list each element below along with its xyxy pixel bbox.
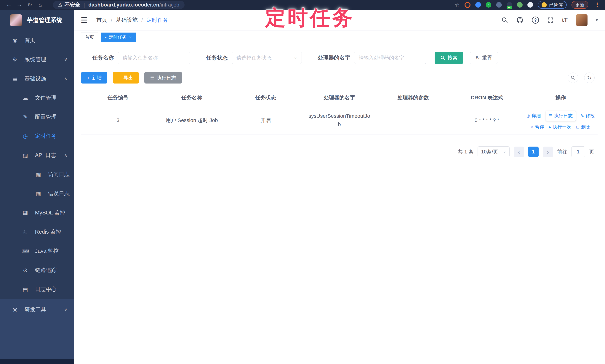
sidebar-bottom-section: ⚒ 研发工具 ∨ (0, 299, 74, 364)
logo-image (10, 14, 22, 26)
page-content: 任务名称 任务状态 请选择任务状态 ∨ 处理器的名字 搜索 ↻ 重置 (74, 52, 605, 157)
api-log-icon: ▨ (22, 152, 29, 158)
add-button[interactable]: + 新增 (81, 72, 107, 83)
search-icon[interactable] (501, 17, 508, 24)
bookmark-star-icon[interactable]: ☆ (455, 2, 460, 8)
browser-home-icon[interactable]: ⌂ (35, 0, 45, 10)
avatar-caret-icon[interactable]: ▾ (596, 17, 598, 23)
log-lines-icon: ☰ (549, 114, 552, 118)
sidebar-item-home[interactable]: ◉ 首页 (0, 31, 74, 50)
breadcrumb-separator: / (111, 17, 112, 23)
handler-name-input[interactable] (354, 52, 426, 64)
select-caret-icon: ∨ (503, 149, 506, 154)
sidebar-item-label: 访问日志 (48, 171, 70, 178)
sidebar-item-api-logs[interactable]: ▨ API 日志 ∧ (0, 146, 74, 165)
browser-back-icon[interactable]: ← (4, 0, 14, 10)
search-label: 搜索 (447, 54, 458, 61)
delete-link[interactable]: ⊟ 删除 (576, 124, 590, 130)
export-button[interactable]: ↓ 导出 (113, 72, 139, 83)
search-button[interactable]: 搜索 (434, 52, 463, 64)
detail-link[interactable]: ◎ 详细 (526, 113, 541, 119)
sidebar-menu: ◉ 首页 ⚙ 系统管理 ∨ ▤ 基础设施 ∧ ☁ 文件管理 ✎ 配置管理 (0, 31, 74, 299)
document-icon: ▧ (35, 171, 42, 178)
close-icon[interactable]: × (129, 35, 132, 40)
user-avatar[interactable] (576, 14, 588, 26)
run-once-link[interactable]: ▸ 执行一次 (549, 124, 571, 130)
browser-reload-icon[interactable]: ↻ (25, 0, 35, 10)
tab-scheduled-tasks[interactable]: ● 定时任务 × (101, 33, 136, 42)
pause-label: 暂停 (535, 124, 544, 130)
github-icon[interactable] (516, 16, 524, 24)
browser-forward-icon[interactable]: → (14, 0, 25, 10)
task-status-select[interactable]: 请选择任务状态 ∨ (232, 52, 302, 64)
breadcrumb-separator: / (141, 17, 143, 23)
extension-icon-3[interactable]: ✓ (486, 2, 491, 8)
sidebar-item-redis-monitor[interactable]: ≋ Redis 监控 (0, 222, 74, 241)
breadcrumb-infrastructure[interactable]: 基础设施 (116, 16, 138, 24)
sidebar-item-infrastructure[interactable]: ▤ 基础设施 ∧ (0, 69, 74, 88)
refresh-button[interactable]: ↻ (584, 73, 595, 83)
plus-icon: + (87, 75, 90, 80)
task-name-input[interactable] (118, 52, 190, 64)
browser-menu-icon[interactable]: ⋮ (593, 1, 601, 8)
actions-line-2: × 暂停 ▸ 执行一次 ⊟ 删除 (531, 124, 590, 130)
document-icon: ▧ (35, 190, 42, 197)
filter-form: 任务名称 任务状态 请选择任务状态 ∨ 处理器的名字 搜索 ↻ 重置 (92, 52, 605, 64)
help-icon[interactable]: ? (532, 16, 539, 24)
exec-log-label: 执行日志 (554, 113, 573, 119)
extension-icon-6[interactable] (517, 2, 523, 8)
sidebar-item-dev-tools[interactable]: ⚒ 研发工具 ∨ (0, 299, 74, 321)
extension-icon-1[interactable] (464, 2, 471, 8)
emoji-icon (541, 2, 547, 7)
hide-search-button[interactable] (568, 73, 578, 83)
breadcrumb: 首页 / 基础设施 / 定时任务 (96, 16, 168, 24)
sidebar-item-config-management[interactable]: ✎ 配置管理 (0, 107, 74, 127)
tab-label: 首页 (85, 34, 94, 40)
modify-link[interactable]: ✎ 修改 (581, 113, 595, 119)
table-header-row: 任务编号 任务名称 任务状态 处理器的名字 处理器的参数 CRON 表达式 操作 (81, 89, 598, 106)
row-exec-log-link[interactable]: ☰ 执行日志 (546, 111, 576, 121)
sidebar-item-access-logs[interactable]: ▧ 访问日志 (0, 165, 74, 184)
pause-link[interactable]: × 暂停 (531, 124, 544, 130)
extension-icon-7[interactable] (527, 2, 533, 8)
col-handler-params: 处理器的参数 (376, 94, 450, 101)
goto-page-input[interactable] (571, 146, 585, 157)
sidebar-item-log-center[interactable]: ▤ 日志中心 (0, 280, 74, 299)
fullscreen-icon[interactable] (547, 17, 554, 24)
breadcrumb-home[interactable]: 首页 (96, 16, 107, 24)
download-icon: ↓ (119, 75, 121, 80)
goto-label: 前往 (557, 148, 567, 155)
url-separator: | (83, 2, 85, 8)
update-button[interactable]: 更新 (572, 1, 588, 9)
tab-home[interactable]: 首页 (81, 33, 98, 42)
sidebar-item-file-management[interactable]: ☁ 文件管理 (0, 88, 74, 107)
page-size-select[interactable]: 10条/页 ∨ (478, 146, 510, 157)
collapse-sidebar-icon[interactable]: ☰ (81, 16, 88, 25)
sidebar-item-system-management[interactable]: ⚙ 系统管理 ∨ (0, 50, 74, 69)
sidebar-item-scheduled-tasks[interactable]: ◷ 定时任务 (0, 127, 74, 146)
address-bar[interactable]: ⚠ 不安全 | dashboard.yudao.iocoder.cn/infra… (53, 1, 184, 9)
current-page-button[interactable]: 1 (528, 147, 539, 157)
next-page-button[interactable]: › (543, 147, 553, 157)
sidebar-item-error-logs[interactable]: ▧ 错误日志 (0, 184, 74, 203)
font-size-icon[interactable]: tT (562, 17, 568, 24)
reset-button[interactable]: ↻ 重置 (470, 52, 498, 64)
prev-page-button[interactable]: ‹ (514, 147, 524, 157)
url-text: dashboard.yudao.iocoder.cn/infra/job (88, 2, 179, 8)
sidebar-item-label: 基础设施 (25, 75, 46, 82)
extension-icon-2[interactable] (475, 2, 481, 8)
sidebar-item-java-monitor[interactable]: ⌨ Java 监控 (0, 241, 74, 260)
tab-label: 定时任务 (109, 34, 127, 40)
on-badge: on (507, 6, 512, 9)
security-warning[interactable]: ⚠ 不安全 (58, 1, 80, 8)
sidebar-item-mysql-monitor[interactable]: ▦ MySQL 监控 (0, 203, 74, 222)
exec-log-button[interactable]: ☰ 执行日志 (144, 72, 182, 83)
extension-icon-5[interactable]: on (507, 2, 512, 8)
eye-icon: ◎ (526, 114, 530, 118)
sidebar-item-trace[interactable]: ⊙ 链路追踪 (0, 260, 74, 280)
security-label: 不安全 (65, 1, 80, 8)
extension-icon-4[interactable] (496, 2, 502, 8)
tags-view-bar: 首页 ● 定时任务 × (74, 31, 605, 44)
paused-extension-button[interactable]: 已暂停 (538, 1, 567, 9)
log-lines-icon: ☰ (150, 75, 154, 80)
